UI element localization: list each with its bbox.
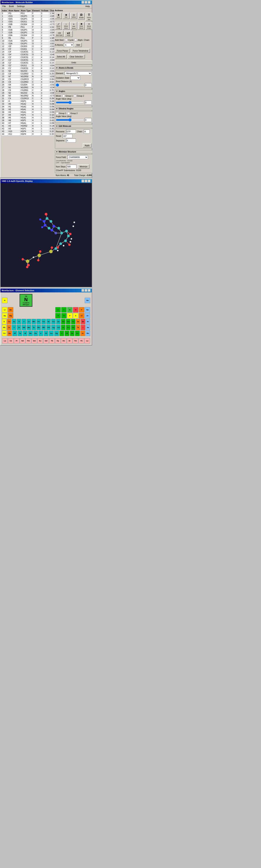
table-row[interactable]: 15O4'CG3C51O2-0.468	[1, 53, 54, 56]
element-Sn[interactable]: Sn	[66, 325, 70, 330]
add-button[interactable]: ✚ Add	[55, 13, 62, 19]
element-La[interactable]: La	[2, 338, 8, 344]
element-Be[interactable]: Be	[8, 307, 13, 313]
element-Cr[interactable]: Cr	[27, 319, 31, 324]
element-O[interactable]: O	[73, 307, 79, 313]
element-Tl[interactable]: Tl	[59, 331, 64, 336]
angle-value[interactable]	[85, 100, 92, 104]
element-B[interactable]: B	[55, 307, 61, 313]
element-select[interactable]: Nitrogen(N:7) Carbon(C:6) Oxygen(O:8) Hy…	[65, 71, 92, 75]
element-In[interactable]: In	[61, 325, 65, 330]
atoms-bonds-header[interactable]: ▼ Atoms & Bonds	[55, 66, 92, 69]
angles-header[interactable]: ▼ Angles	[55, 90, 92, 93]
element-Ga[interactable]: Ga	[61, 319, 65, 324]
table-row[interactable]: 25C9CG2R63C40.541	[1, 81, 54, 84]
element-K[interactable]: K	[2, 319, 6, 324]
element-Os[interactable]: Os	[33, 331, 38, 336]
element-I[interactable]: I	[81, 325, 85, 330]
resname-input[interactable]	[66, 129, 76, 133]
element-Te[interactable]: Te	[76, 325, 80, 330]
element-Ca[interactable]: Ca	[7, 319, 11, 324]
table-row[interactable]: 7O2BOG2P1O2-0.846	[1, 31, 54, 34]
element-Mo[interactable]: Mo	[27, 325, 31, 330]
element-Ho[interactable]: Ho	[61, 338, 66, 344]
element-Li[interactable]: Li	[2, 307, 7, 313]
element-Ru[interactable]: Ru	[36, 325, 41, 330]
element-Al[interactable]: Al	[55, 313, 61, 318]
element-Sb[interactable]: Sb	[71, 325, 76, 330]
angle-slider[interactable]	[56, 101, 84, 104]
element-Lu[interactable]: Lu	[85, 338, 90, 344]
element-Na[interactable]: Na	[2, 313, 7, 318]
table-row[interactable]: 22C8CG2R53C30.254	[1, 72, 54, 75]
vmd-maximize-btn[interactable]: □	[85, 180, 87, 182]
table-row[interactable]: 4O3BOG304O2-0.737	[1, 23, 54, 26]
table-row[interactable]: 10O1AOG2P1O2-0.816	[1, 39, 54, 42]
element-He[interactable]: He	[85, 298, 90, 303]
table-row[interactable]: 44H11HGP4H10.337	[1, 133, 54, 135]
dihedral-value[interactable]	[85, 118, 92, 122]
table-row[interactable]: 31C4CG2RC0C40.260	[1, 97, 54, 100]
element-Zn[interactable]: Zn	[56, 319, 61, 324]
element-Gd[interactable]: Gd	[44, 338, 49, 344]
table-row[interactable]: 30N3NG2R62N3-0.739	[1, 94, 54, 97]
rotate-button[interactable]: R Rotate	[78, 13, 85, 20]
es-close-btn[interactable]: ✕	[88, 289, 91, 292]
table-row[interactable]: 29N2NG2S3N3-0.683	[1, 92, 54, 94]
element-Po[interactable]: Po	[75, 331, 80, 336]
force-field-select[interactable]: CHARMM36 UFF - OpenBabel	[67, 155, 88, 159]
element-Kr[interactable]: Kr	[86, 319, 90, 324]
element-Tm[interactable]: Tm	[73, 338, 78, 344]
menu-file[interactable]: File	[1, 5, 7, 8]
element-Ba[interactable]: Ba	[7, 331, 12, 336]
table-row[interactable]: 43H10HGP4H10.337	[1, 130, 54, 133]
element-Si[interactable]: Si	[61, 313, 67, 318]
element-Sc[interactable]: Sc	[12, 319, 16, 324]
element-Ti[interactable]: Ti	[17, 319, 21, 324]
chain-input[interactable]	[84, 129, 90, 133]
del-button[interactable]: ✖ Del	[63, 13, 69, 19]
minimize-btn[interactable]: _	[82, 1, 84, 4]
force-tetrahedral-btn[interactable]: Force Tetrahedral	[71, 49, 90, 53]
element-N[interactable]: N	[67, 307, 72, 313]
element-Mg[interactable]: Mg	[8, 313, 13, 318]
table-row[interactable]: 38H5HGA1H10.090	[1, 116, 54, 119]
element-Cu[interactable]: Cu	[51, 319, 56, 324]
table-row[interactable]: 42H3HGP1H10.262	[1, 127, 54, 130]
table-row[interactable]: 39H6HGP1H10.420	[1, 119, 54, 122]
element-Mn[interactable]: Mn	[32, 319, 36, 324]
table-row[interactable]: 28C9CG2R61C40.757	[1, 89, 54, 92]
vmd-close-btn[interactable]: ✕	[88, 180, 91, 182]
table-row[interactable]: 37H4HGP1H10.420	[1, 114, 54, 116]
element-Rh[interactable]: Rh	[41, 325, 46, 330]
element-Sr[interactable]: Sr	[7, 325, 11, 330]
selected-element-display[interactable]: 7N N 14.00674 Nitrogen	[20, 294, 32, 307]
element-Dy[interactable]: Dy	[55, 338, 61, 344]
element-Bi[interactable]: Bi	[70, 331, 75, 336]
table-row[interactable]: 41H3HGR52H10.140	[1, 125, 54, 127]
element-S[interactable]: S	[73, 313, 79, 318]
element-Rn[interactable]: Rn	[86, 331, 90, 336]
table-row[interactable]: 24C5CG2RC0C40.004	[1, 78, 54, 81]
element-Ir[interactable]: Ir	[38, 331, 44, 336]
element-Au[interactable]: Au	[49, 331, 54, 336]
element-Rb[interactable]: Rb	[2, 325, 6, 330]
minimize-header[interactable]: ▼ Minimize Structure	[55, 150, 92, 153]
table-row[interactable]: 36H3HGA1H10.090	[1, 111, 54, 114]
element-Cs[interactable]: Cs	[2, 331, 7, 336]
element-V[interactable]: V	[22, 319, 26, 324]
element-Pb[interactable]: Pb	[64, 331, 69, 336]
element-W[interactable]: W	[23, 331, 28, 336]
minimize-btn[interactable]: Minimize	[78, 164, 89, 169]
es-minimize-btn[interactable]: _	[82, 289, 84, 292]
undo-btn[interactable]: Undo	[55, 60, 92, 65]
translate-button[interactable]: T Trans-late	[86, 13, 92, 21]
maximize-btn[interactable]: □	[85, 1, 87, 4]
table-row[interactable]: 14C4'CG3C51C40.115	[1, 51, 54, 53]
element-Ag[interactable]: Ag	[51, 325, 56, 330]
element-Se[interactable]: Se	[76, 319, 80, 324]
menu-build[interactable]: Build	[8, 5, 15, 8]
force-planar-btn[interactable]: Force Planar	[55, 49, 70, 53]
table-row[interactable]: 27N1NG2R61N3-0.343	[1, 86, 54, 89]
element-Ce[interactable]: Ce	[8, 338, 13, 344]
